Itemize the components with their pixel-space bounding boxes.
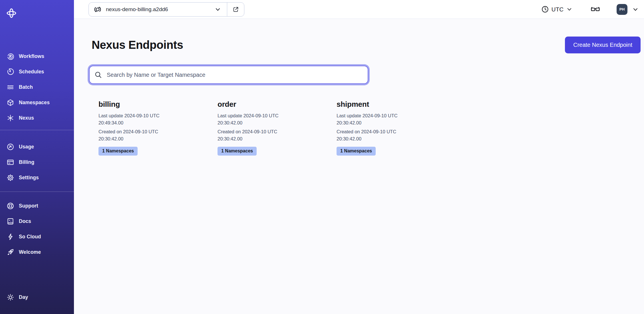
namespace-selector: nexus-demo-billing.a2dd6: [88, 2, 244, 17]
sidebar-item-label: Welcome: [19, 249, 41, 255]
user-menu-chevron[interactable]: [632, 6, 639, 13]
last-update-line2: 20:49:34.00: [98, 119, 218, 126]
topbar: nexus-demo-billing.a2dd6: [74, 0, 644, 19]
endpoint-last-update: Last update 2024-09-10 UTC 20:30:42.00: [337, 112, 456, 126]
created-line1: Created on 2024-09-10 UTC: [337, 128, 456, 135]
endpoint-card-shipment[interactable]: shipment Last update 2024-09-10 UTC 20:3…: [337, 100, 456, 156]
temporal-logo[interactable]: [0, 0, 74, 19]
page-header: Nexus Endpoints Create Nexus Endpoint: [92, 37, 641, 53]
sidebar-item-workflows[interactable]: Workflows: [0, 49, 74, 64]
batch-icon: [7, 83, 14, 91]
sidebar: Workflows Schedules Batch: [0, 0, 74, 314]
created-line2: 20:30:42.00: [337, 135, 456, 142]
sidebar-item-label: Settings: [19, 175, 39, 181]
endpoint-last-update: Last update 2024-09-10 UTC 20:30:42.00: [218, 112, 337, 126]
namespaces-badge: 1 Namespaces: [98, 147, 138, 156]
search-input[interactable]: [89, 66, 368, 84]
labs-mode-button[interactable]: [590, 4, 600, 14]
glasses-icon: [590, 4, 600, 14]
timezone-label: UTC: [552, 6, 564, 13]
sidebar-item-so-cloud[interactable]: So Cloud: [0, 229, 74, 244]
sun-icon: [7, 293, 14, 301]
external-link-icon: [233, 6, 239, 13]
endpoint-cards: billing Last update 2024-09-10 UTC 20:49…: [98, 100, 644, 156]
endpoint-name: shipment: [337, 100, 456, 109]
endpoint-name: billing: [98, 100, 218, 109]
created-line1: Created on 2024-09-10 UTC: [98, 128, 218, 135]
avatar-initials: PH: [619, 7, 625, 11]
billing-icon: [7, 158, 14, 166]
namespace-name: nexus-demo-billing.a2dd6: [106, 6, 210, 13]
namespace-open-button[interactable]: [227, 3, 244, 16]
endpoint-last-update: Last update 2024-09-10 UTC 20:49:34.00: [98, 112, 218, 126]
search-wrap: [89, 66, 368, 84]
endpoint-created: Created on 2024-09-10 UTC 20:30:42.00: [98, 128, 218, 142]
sidebar-item-nexus[interactable]: Nexus: [0, 110, 74, 126]
endpoint-created: Created on 2024-09-10 UTC 20:30:42.00: [337, 128, 456, 142]
sidebar-item-settings[interactable]: Settings: [0, 170, 74, 185]
namespace-selector-button[interactable]: nexus-demo-billing.a2dd6: [89, 3, 227, 16]
created-line2: 20:30:42.00: [98, 135, 218, 142]
namespaces-badge: 1 Namespaces: [218, 147, 257, 156]
usage-icon: [7, 143, 14, 151]
sidebar-item-docs[interactable]: Docs: [0, 214, 74, 229]
endpoint-card-order[interactable]: order Last update 2024-09-10 UTC 20:30:4…: [218, 100, 337, 156]
last-update-line1: Last update 2024-09-10 UTC: [98, 112, 218, 119]
sidebar-item-support[interactable]: Support: [0, 198, 74, 214]
endpoint-name: order: [218, 100, 337, 109]
chevron-down-icon: [214, 6, 221, 13]
chevron-down-icon: [566, 6, 573, 13]
sidebar-nav-help: Support Docs So Cloud: [0, 192, 74, 260]
nexus-icon: [7, 114, 14, 122]
docs-icon: [7, 218, 14, 225]
create-nexus-endpoint-button[interactable]: Create Nexus Endpoint: [565, 37, 641, 53]
sidebar-item-label: Billing: [19, 159, 34, 165]
user-avatar[interactable]: PH: [617, 4, 627, 15]
sidebar-item-label: Nexus: [19, 115, 34, 121]
support-icon: [7, 202, 14, 210]
sidebar-item-namespaces[interactable]: Namespaces: [0, 95, 74, 110]
page-title: Nexus Endpoints: [92, 39, 183, 51]
sidebar-item-label: Batch: [19, 84, 33, 90]
timezone-selector[interactable]: UTC: [541, 5, 573, 13]
last-update-line1: Last update 2024-09-10 UTC: [337, 112, 456, 119]
sidebar-item-schedules[interactable]: Schedules: [0, 64, 74, 79]
created-line2: 20:30:42.00: [218, 135, 337, 142]
sidebar-item-label: Workflows: [19, 53, 44, 59]
last-update-line2: 20:30:42.00: [337, 119, 456, 126]
topbar-right: UTC PH: [541, 4, 639, 15]
main-column: nexus-demo-billing.a2dd6: [74, 0, 644, 314]
sidebar-item-label: Support: [19, 203, 38, 209]
sidebar-item-label: So Cloud: [19, 234, 41, 240]
namespace-switcher-icon: [93, 5, 102, 14]
endpoint-created: Created on 2024-09-10 UTC 20:30:42.00: [218, 128, 337, 142]
last-update-line2: 20:30:42.00: [218, 119, 337, 126]
sidebar-item-label: Usage: [19, 144, 34, 150]
endpoint-card-billing[interactable]: billing Last update 2024-09-10 UTC 20:49…: [98, 100, 218, 156]
socloud-icon: [7, 233, 14, 241]
sidebar-item-usage[interactable]: Usage: [0, 139, 74, 154]
workflows-icon: [7, 53, 14, 60]
settings-icon: [7, 174, 14, 182]
created-line1: Created on 2024-09-10 UTC: [218, 128, 337, 135]
content: Nexus Endpoints Create Nexus Endpoint bi…: [74, 19, 644, 314]
sidebar-item-welcome[interactable]: Welcome: [0, 244, 74, 260]
sidebar-item-batch[interactable]: Batch: [0, 79, 74, 95]
theme-toggle-day[interactable]: Day: [0, 289, 74, 305]
namespaces-badge: 1 Namespaces: [337, 147, 376, 156]
sidebar-item-label: Namespaces: [19, 100, 50, 106]
theme-toggle-label: Day: [19, 294, 28, 300]
sidebar-nav-main: Workflows Schedules Batch: [0, 49, 74, 126]
schedules-icon: [7, 68, 14, 76]
namespaces-icon: [7, 99, 14, 106]
clock-icon: [541, 5, 549, 13]
last-update-line1: Last update 2024-09-10 UTC: [218, 112, 337, 119]
sidebar-nav-account: Usage Billing Settings: [0, 130, 74, 185]
sidebar-item-billing[interactable]: Billing: [0, 154, 74, 170]
sidebar-item-label: Schedules: [19, 69, 44, 75]
welcome-icon: [7, 248, 14, 256]
sidebar-item-label: Docs: [19, 218, 31, 224]
